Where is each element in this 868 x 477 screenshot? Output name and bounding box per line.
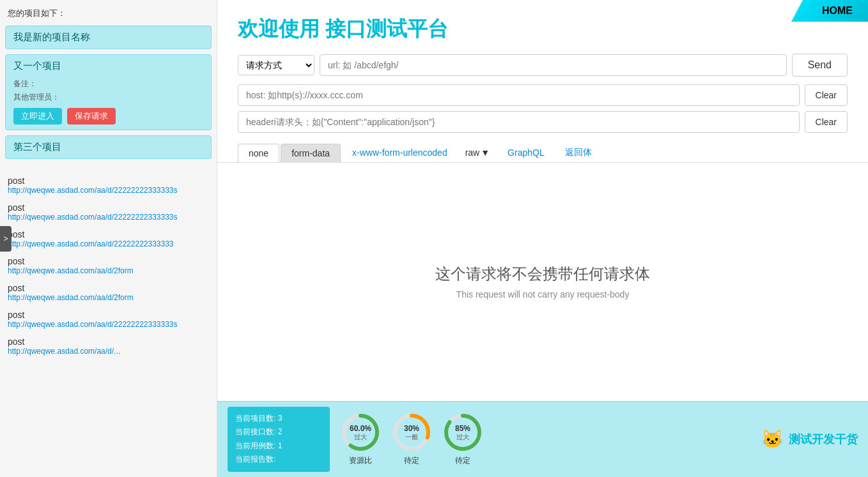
circle-pending1-label: 待定 <box>404 455 419 466</box>
history-item[interactable]: post http://qweqwe.asdad.com/aa/d/... <box>0 333 217 360</box>
history-url: http://qweqwe.asdad.com/aa/d/... <box>8 347 209 356</box>
circle-resource-label: 资源比 <box>349 455 372 466</box>
history-item[interactable]: post http://qweqwe.asdad.com/aa/d/2form <box>0 279 217 306</box>
tab-raw[interactable]: raw ▼ <box>458 144 497 162</box>
history-url: http://qweqwe.asdad.com/aa/d/2form <box>8 266 209 275</box>
circle-pending1: 30% 一般 待定 <box>391 412 432 466</box>
request-bar: 请求方式 GET POST PUT DELETE Send <box>217 54 868 84</box>
bottom-bar: 当前项目数: 3 当前接口数: 2 当前用例数: 1 当前报告数: 60.0% … <box>217 401 868 477</box>
history-item[interactable]: post http://qweqwe.asdad.com/aa/d/222222… <box>0 306 217 333</box>
circle-pending2-label: 待定 <box>455 455 470 466</box>
history-method: post <box>8 202 209 213</box>
tab-raw-label: raw <box>465 148 480 158</box>
circle-pending2-value: 85% 过大 <box>455 424 470 441</box>
circle-pending1-value: 30% 一般 <box>404 424 419 441</box>
save-request-button[interactable]: 保存请求 <box>67 108 116 125</box>
sidebar-item-project1[interactable]: 我是新的项目名称 <box>5 26 212 49</box>
enter-button[interactable]: 立即进入 <box>13 108 62 125</box>
tab-return-body[interactable]: 返回体 <box>555 143 602 162</box>
tab-none[interactable]: none <box>238 144 279 162</box>
header-bar: Clear <box>217 111 868 138</box>
no-body-subtitle: This request will not carry any request-… <box>456 289 630 299</box>
history-url: http://qweqwe.asdad.com/aa/d/22222222333… <box>8 320 209 329</box>
circle-resource: 60.0% 过大 资源比 <box>340 412 381 466</box>
sidebar: 您的项目如下： 我是新的项目名称 又一个项目 备注： 其他管理员： 立即进入 保… <box>0 0 217 477</box>
stat-interfaces: 当前接口数: 2 <box>235 425 322 439</box>
sidebar-item-project3[interactable]: 第三个项目 <box>5 135 212 159</box>
history-list: post http://qweqwe.asdad.com/aa/d/222222… <box>0 172 217 360</box>
history-url: http://qweqwe.asdad.com/aa/d/22222222333… <box>8 239 209 248</box>
project2-actions: 立即进入 保存请求 <box>6 104 211 130</box>
circle-resource-chart: 60.0% 过大 <box>340 412 381 453</box>
host-bar: Clear <box>217 84 868 111</box>
host-input[interactable] <box>238 84 800 106</box>
stat-examples: 当前用例数: 1 <box>235 439 322 453</box>
project2-admin-label: 其他管理员： <box>6 91 211 104</box>
history-url: http://qweqwe.asdad.com/aa/d/2form <box>8 293 209 302</box>
tabs-bar: none form-data x-www-form-urlencoded raw… <box>217 138 868 163</box>
circle-pending2-chart: 85% 过大 <box>442 412 483 453</box>
method-select[interactable]: 请求方式 GET POST PUT DELETE <box>238 55 314 75</box>
tab-graphql[interactable]: GraphQL <box>497 144 555 162</box>
send-button[interactable]: Send <box>792 54 848 77</box>
tab-x-www-form-urlencoded[interactable]: x-www-form-urlencoded <box>342 144 458 162</box>
circle-pending2: 85% 过大 待定 <box>442 412 483 466</box>
host-clear-button[interactable]: Clear <box>805 84 848 106</box>
history-method: post <box>8 229 209 239</box>
project2-note-label: 备注： <box>6 77 211 91</box>
projects-label: 您的项目如下： <box>0 0 217 23</box>
history-url: http://qweqwe.asdad.com/aa/d/22222222333… <box>8 213 209 222</box>
header-clear-button[interactable]: Clear <box>805 111 848 133</box>
history-method: post <box>8 176 209 186</box>
project2-title[interactable]: 又一个项目 <box>6 55 211 77</box>
bottom-logo: 🐱 测试开发干货 <box>761 428 858 450</box>
circle-pending1-chart: 30% 一般 <box>391 412 432 453</box>
circle-resource-value: 60.0% 过大 <box>350 424 371 441</box>
sidebar-item-project2: 又一个项目 备注： 其他管理员： 立即进入 保存请求 <box>5 54 212 130</box>
body-content: 这个请求将不会携带任何请求体 This request will not car… <box>217 163 868 401</box>
stat-projects: 当前项目数: 3 <box>235 412 322 426</box>
content-area: 欢迎使用 接口测试平台 请求方式 GET POST PUT DELETE Sen… <box>217 0 868 477</box>
header-input[interactable] <box>238 111 800 133</box>
no-body-title: 这个请求将不会携带任何请求体 <box>435 264 650 284</box>
history-item[interactable]: post http://qweqwe.asdad.com/aa/d/222222… <box>0 172 217 199</box>
stats-box: 当前项目数: 3 当前接口数: 2 当前用例数: 1 当前报告数: <box>228 407 330 472</box>
logo-icon: 🐱 <box>761 428 784 450</box>
history-item[interactable]: post http://qweqwe.asdad.com/aa/d/222222… <box>0 225 217 252</box>
history-method: post <box>8 283 209 293</box>
history-item[interactable]: post http://qweqwe.asdad.com/aa/d/222222… <box>0 199 217 225</box>
home-button[interactable]: HOME <box>791 0 868 22</box>
history-method: post <box>8 256 209 266</box>
history-item[interactable]: post http://qweqwe.asdad.com/aa/d/2form <box>0 252 217 279</box>
history-method: post <box>8 310 209 320</box>
history-method: post <box>8 337 209 347</box>
page-title: 欢迎使用 接口测试平台 <box>217 0 868 54</box>
tab-form-data[interactable]: form-data <box>281 144 341 162</box>
stat-reports: 当前报告数: <box>235 453 322 467</box>
history-url: http://qweqwe.asdad.com/aa/d/22222222333… <box>8 186 209 195</box>
logo-text: 测试开发干货 <box>789 432 858 447</box>
sidebar-toggle-button[interactable]: > <box>0 226 12 252</box>
url-input[interactable] <box>320 54 787 76</box>
tab-raw-chevron-icon: ▼ <box>481 148 490 158</box>
